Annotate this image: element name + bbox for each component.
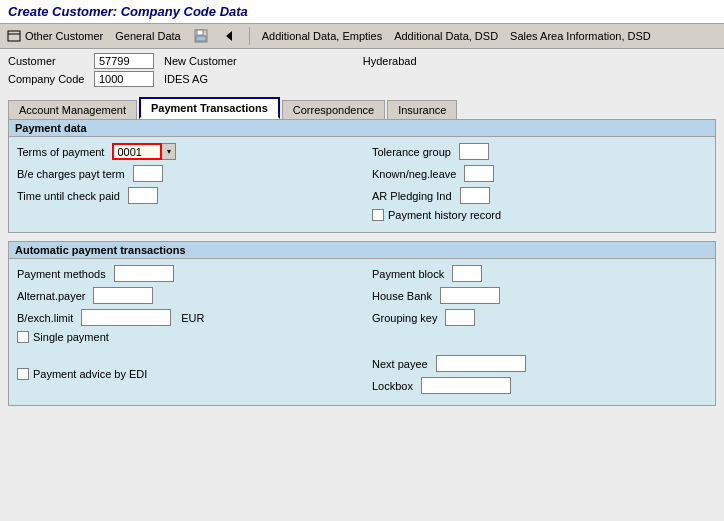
page-title: Create Customer: Company Code Data [8,4,248,19]
known-neg-leave-label: Known/neg.leave [372,168,456,180]
tolerance-group-row: Tolerance group [372,143,707,160]
payment-data-right-col: Tolerance group Known/neg.leave AR Pledg… [372,143,707,226]
customer-label: Customer [8,55,88,67]
tab-insurance-label: Insurance [398,104,446,116]
eur-label: EUR [181,312,204,324]
alternat-payer-input[interactable] [93,287,153,304]
tab-correspondence-label: Correspondence [293,104,374,116]
tab-account-management[interactable]: Account Management [8,100,137,119]
company-code-row: Company Code 1000 IDES AG [8,71,716,87]
additional-data-empties-label: Additional Data, Empties [262,30,382,42]
additional-data-dsd-button[interactable]: Additional Data, DSD [394,30,498,42]
toolbar: Other Customer General Data Additional D… [0,24,724,49]
svg-rect-0 [8,31,20,41]
terms-of-payment-label: Terms of payment [17,146,104,158]
tab-insurance[interactable]: Insurance [387,100,457,119]
terms-of-payment-row: Terms of payment ▾ [17,143,352,160]
be-charges-input[interactable] [133,165,163,182]
payment-data-body: Terms of payment ▾ B/e charges payt term… [9,137,715,232]
bexch-limit-row: B/exch.limit EUR [17,309,352,326]
ar-pledging-input[interactable] [460,187,490,204]
house-bank-label: House Bank [372,290,432,302]
back-icon-btn[interactable] [221,28,237,44]
automatic-payment-body: Payment methods Alternat.payer B/exch.li… [9,259,715,405]
lockbox-label: Lockbox [372,380,413,392]
main-content: Payment data Terms of payment ▾ B/e char… [0,119,724,422]
grouping-key-label: Grouping key [372,312,437,324]
toolbar-divider [249,27,250,45]
back-icon [221,28,237,44]
tolerance-group-input[interactable] [459,143,489,160]
other-customer-button[interactable]: Other Customer [6,28,103,44]
city-value: Hyderabad [363,55,417,67]
house-bank-row: House Bank [372,287,707,304]
payment-advice-row: Payment advice by EDI [17,368,352,380]
tab-payment-transactions[interactable]: Payment Transactions [139,97,280,119]
company-code-value: 1000 [94,71,154,87]
terms-of-payment-input[interactable] [112,143,162,160]
tabs-container: Account Management Payment Transactions … [0,91,724,119]
house-bank-input[interactable] [440,287,500,304]
additional-data-dsd-label: Additional Data, DSD [394,30,498,42]
payment-data-cols: Terms of payment ▾ B/e charges payt term… [17,143,707,226]
general-data-button[interactable]: General Data [115,30,180,42]
time-until-check-label: Time until check paid [17,190,120,202]
payment-history-row: Payment history record [372,209,707,221]
single-payment-checkbox[interactable] [17,331,29,343]
additional-data-empties-button[interactable]: Additional Data, Empties [262,30,382,42]
next-payee-row: Next payee [372,355,707,372]
general-data-label: General Data [115,30,180,42]
svg-rect-4 [196,36,206,41]
bexch-limit-input[interactable] [81,309,171,326]
next-payee-input[interactable] [436,355,526,372]
automatic-payment-cols: Payment methods Alternat.payer B/exch.li… [17,265,707,399]
payment-block-label: Payment block [372,268,444,280]
lockbox-row: Lockbox [372,377,707,394]
new-customer-label: New Customer [164,55,237,67]
customer-value: 57799 [94,53,154,69]
payment-history-label: Payment history record [388,209,501,221]
lockbox-input[interactable] [421,377,511,394]
ar-pledging-label: AR Pledging Ind [372,190,452,202]
customer-row: Customer 57799 New Customer Hyderabad [8,53,716,69]
payment-methods-input[interactable] [114,265,174,282]
tab-correspondence[interactable]: Correspondence [282,100,385,119]
payment-methods-label: Payment methods [17,268,106,280]
alternat-payer-row: Alternat.payer [17,287,352,304]
svg-rect-3 [197,30,203,35]
save-icon-btn[interactable] [193,28,209,44]
bexch-limit-label: B/exch.limit [17,312,73,324]
automatic-payment-section: Automatic payment transactions Payment m… [8,241,716,406]
tab-payment-transactions-label: Payment Transactions [151,102,268,114]
time-until-check-row: Time until check paid [17,187,352,204]
payment-methods-row: Payment methods [17,265,352,282]
other-customer-label: Other Customer [25,30,103,42]
tab-account-management-label: Account Management [19,104,126,116]
payment-data-title: Payment data [9,120,715,137]
payment-block-row: Payment block [372,265,707,282]
payment-advice-checkbox[interactable] [17,368,29,380]
sales-area-button[interactable]: Sales Area Information, DSD [510,30,651,42]
payment-data-section: Payment data Terms of payment ▾ B/e char… [8,119,716,233]
grouping-key-row: Grouping key [372,309,707,326]
be-charges-label: B/e charges payt term [17,168,125,180]
other-customer-icon [6,28,22,44]
single-payment-row: Single payment [17,331,352,343]
svg-marker-5 [226,31,232,41]
automatic-payment-title: Automatic payment transactions [9,242,715,259]
time-until-check-input[interactable] [128,187,158,204]
grouping-key-input[interactable] [445,309,475,326]
known-neg-leave-row: Known/neg.leave [372,165,707,182]
single-payment-label: Single payment [33,331,109,343]
alternat-payer-label: Alternat.payer [17,290,85,302]
automatic-payment-right-col: Payment block House Bank Grouping key Ne… [372,265,707,399]
terms-of-payment-input-group: ▾ [112,143,176,160]
payment-history-checkbox[interactable] [372,209,384,221]
be-charges-row: B/e charges payt term [17,165,352,182]
payment-block-input[interactable] [452,265,482,282]
terms-of-payment-dropdown-btn[interactable]: ▾ [162,143,176,160]
tolerance-group-label: Tolerance group [372,146,451,158]
payment-advice-label: Payment advice by EDI [33,368,147,380]
known-neg-leave-input[interactable] [464,165,494,182]
save-icon [193,28,209,44]
